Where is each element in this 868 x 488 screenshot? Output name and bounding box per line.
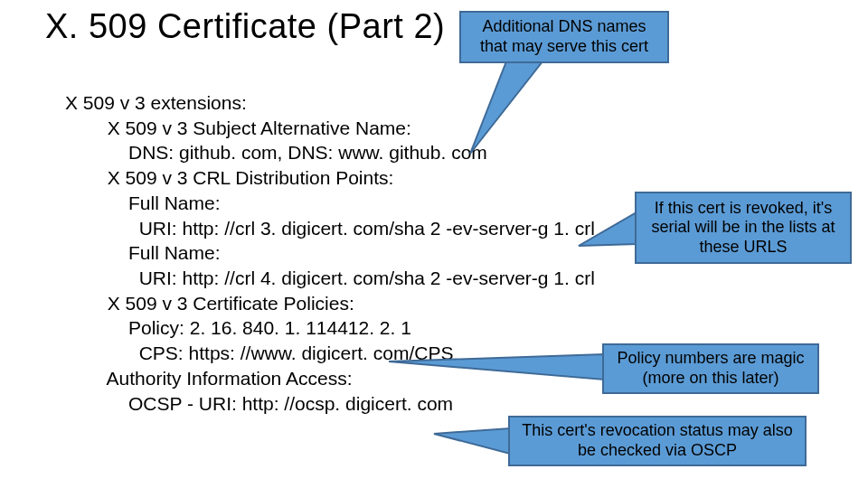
line-san-header: X 509 v 3 Subject Alternative Name:	[65, 117, 411, 138]
line-ocsp-uri: OCSP - URI: http: //ocsp. digicert. com	[65, 393, 453, 414]
line-crl-fullname1: Full Name:	[65, 192, 221, 213]
callout-policy-magic: Policy numbers are magic (more on this l…	[602, 343, 819, 394]
callout-ocsp-text: This cert's revocation status may also b…	[517, 421, 797, 460]
slide-title: X. 509 Certificate (Part 2)	[45, 7, 445, 46]
line-crl-uri1: URI: http: //crl 3. digicert. com/sha 2 …	[65, 218, 595, 239]
line-extensions: X 509 v 3 extensions:	[65, 92, 247, 113]
callout-dns-names: Additional DNS names that may serve this…	[459, 11, 669, 63]
callout-ocsp: This cert's revocation status may also b…	[508, 416, 807, 466]
line-san-dns: DNS: github. com, DNS: www. github. com	[65, 142, 487, 163]
line-aia-header: Authority Information Access:	[65, 368, 352, 389]
line-cps: CPS: https: //www. digicert. com/CPS	[65, 343, 453, 363]
svg-marker-3	[434, 428, 510, 454]
callout-crl-revoked: If this cert is revoked, it's serial wil…	[635, 192, 852, 264]
line-policies-header: X 509 v 3 Certificate Policies:	[65, 293, 354, 314]
line-policy-number: Policy: 2. 16. 840. 1. 114412. 2. 1	[65, 317, 411, 338]
callout-dns-names-text: Additional DNS names that may serve this…	[468, 17, 660, 56]
line-crl-fullname2: Full Name:	[65, 242, 221, 263]
line-crl-uri2: URI: http: //crl 4. digicert. com/sha 2 …	[65, 267, 595, 288]
callout-policy-magic-text: Policy numbers are magic (more on this l…	[611, 349, 810, 388]
extensions-block: X 509 v 3 extensions: X 509 v 3 Subject …	[65, 90, 595, 416]
line-crl-header: X 509 v 3 CRL Distribution Points:	[65, 167, 393, 188]
callout-crl-revoked-text: If this cert is revoked, it's serial wil…	[644, 199, 843, 258]
